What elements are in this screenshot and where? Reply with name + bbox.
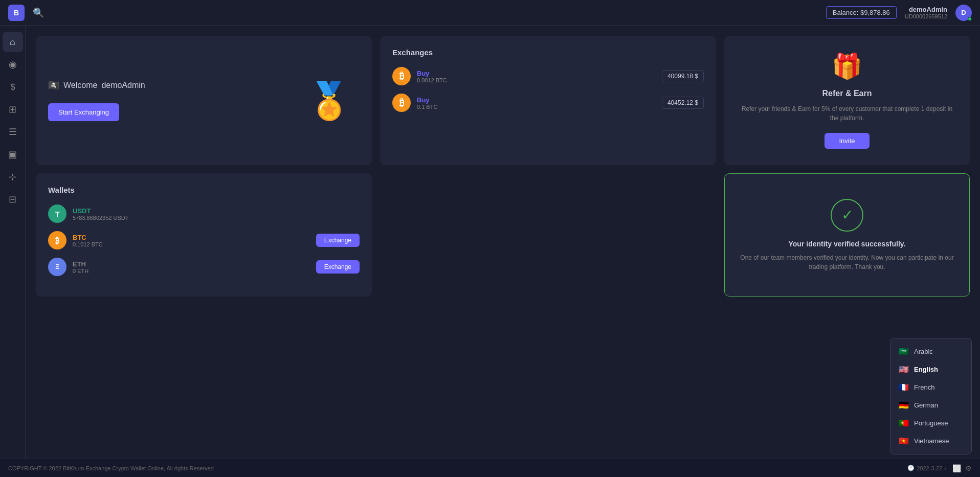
monitor-icon-btn[interactable]: ⬜ [952, 464, 961, 472]
price-badge-1: 40099.18 $ [662, 70, 704, 82]
wallets-card: Wallets T USDT 5783.86802352 USDT ₿ BTC … [36, 173, 372, 297]
date-text: 2022-3-22 [917, 465, 942, 471]
shield-icon: ✓ [831, 199, 863, 232]
lang-item-french[interactable]: 🇫🇷 French [890, 378, 971, 396]
lang-item-vietnamese[interactable]: 🇻🇳 Vietnamese [890, 432, 971, 450]
gift-icon: 🎁 [832, 52, 862, 81]
eth-name: ETH [73, 260, 316, 268]
main-content: 🏴‍☠️ Welcome demoAdmin Start Exchanging … [26, 26, 980, 307]
welcome-username: demoAdmin [101, 81, 145, 90]
refer-title: Refer & Earn [822, 89, 872, 98]
exchanges-empty [380, 173, 716, 297]
identity-title: Your identity verified successfully. [789, 240, 906, 248]
lang-label-german: German [914, 401, 938, 409]
exchange-sub-2: 0.1 BTC [417, 104, 662, 110]
footer: COPYRIGHT © 2022 BitKhum Exchange Crypto… [0, 459, 980, 477]
btc-amount: 0.1012 BTC [73, 241, 316, 247]
footer-right: 🕐 2022-3-22 › ⬜ ⚙ [907, 464, 972, 472]
sidebar-item-list[interactable]: ☰ [3, 122, 23, 142]
identity-desc: One of our team members verified your id… [737, 253, 957, 271]
topnav: B 🔍 Balance: $9,878.86 demoAdmin UD00002… [0, 0, 980, 26]
flag-portuguese: 🇵🇹 [899, 418, 909, 428]
usdt-info: USDT 5783.86802352 USDT [73, 207, 360, 221]
btc-wallet-icon: ₿ [48, 231, 66, 249]
wallet-row-usdt: T USDT 5783.86802352 USDT [48, 205, 360, 223]
lang-label-portuguese: Portuguese [914, 419, 948, 427]
btc-icon-2: ₿ [392, 94, 411, 112]
eth-exchange-button[interactable]: Exchange [316, 260, 360, 274]
eth-icon: Ξ [48, 258, 66, 276]
user-name: demoAdmin [909, 6, 947, 13]
lang-label-french: French [914, 383, 934, 391]
refer-desc: Refer your friends & Earn for 5% of ever… [737, 104, 957, 123]
lang-item-german[interactable]: 🇩🇪 German [890, 396, 971, 414]
eth-amount: 0 ETH [73, 268, 316, 274]
search-button[interactable]: 🔍 [33, 7, 44, 18]
identity-card: ✓ Your identity verified successfully. O… [724, 173, 970, 297]
wallet-row-eth: Ξ ETH 0 ETH Exchange [48, 258, 360, 276]
user-id: UD00002659512 [905, 13, 947, 19]
sidebar-item-org[interactable]: ⊹ [3, 167, 23, 187]
medal-icon: 🏅 [307, 80, 351, 122]
settings-icon-btn[interactable]: ⚙ [965, 464, 972, 472]
exchange-info-2: Buy 0.1 BTC [417, 96, 662, 110]
footer-copyright: COPYRIGHT © 2022 BitKhum Exchange Crypto… [8, 465, 214, 471]
exchanges-title: Exchanges [392, 48, 704, 57]
exchange-row-2: ₿ Buy 0.1 BTC 40452.12 $ [392, 94, 704, 112]
eth-info: ETH 0 ETH [73, 260, 316, 274]
lang-item-english[interactable]: 🇺🇸 English [890, 360, 971, 378]
start-exchanging-button[interactable]: Start Exchanging [48, 103, 119, 121]
sidebar-item-home[interactable]: ⌂ [3, 32, 23, 52]
refer-earn-card: 🎁 Refer & Earn Refer your friends & Earn… [724, 36, 970, 165]
flag-french: 🇫🇷 [899, 382, 909, 392]
flag-german: 🇩🇪 [899, 400, 909, 410]
usdt-name: USDT [73, 207, 360, 215]
btc-name: BTC [73, 234, 316, 241]
btc-exchange-button[interactable]: Exchange [316, 234, 360, 247]
lang-label-english: English [914, 366, 938, 373]
exchange-label-1: Buy [417, 70, 662, 77]
exchange-row: ₿ Buy 0.0012 BTC 40099.18 $ [392, 67, 704, 85]
footer-icons: ⬜ ⚙ [952, 464, 972, 472]
clock-icon: 🕐 [907, 465, 915, 471]
sidebar-item-grid[interactable]: ⊞ [3, 99, 23, 120]
flag-vietnamese: 🇻🇳 [899, 436, 909, 446]
welcome-emoji: 🏴‍☠️ [48, 80, 59, 91]
language-dropdown: 🇸🇦 Arabic 🇺🇸 English 🇫🇷 French 🇩🇪 German… [890, 338, 972, 455]
welcome-card: 🏴‍☠️ Welcome demoAdmin Start Exchanging … [36, 36, 372, 165]
welcome-label: Welcome [63, 81, 97, 90]
flag-arabic: 🇸🇦 [899, 347, 909, 356]
topnav-right: Balance: $9,878.86 demoAdmin UD000026595… [826, 5, 972, 21]
sidebar-item-dollar[interactable]: ＄ [3, 77, 23, 97]
avatar[interactable]: D [955, 5, 972, 21]
sidebar-item-wallet[interactable]: ▣ [3, 144, 23, 165]
lang-label-arabic: Arabic [914, 348, 933, 355]
avatar-online-dot [968, 17, 972, 21]
lang-label-vietnamese: Vietnamese [914, 437, 949, 445]
footer-date: 🕐 2022-3-22 › [907, 465, 946, 471]
logo: B [8, 5, 25, 21]
invite-button[interactable]: Invite [825, 133, 869, 149]
wallets-title: Wallets [48, 186, 360, 194]
btc-info: BTC 0.1012 BTC [73, 234, 316, 247]
lang-item-portuguese[interactable]: 🇵🇹 Portuguese [890, 414, 971, 432]
wallet-row-btc: ₿ BTC 0.1012 BTC Exchange [48, 231, 360, 249]
usdt-amount: 5783.86802352 USDT [73, 215, 360, 221]
balance-badge: Balance: $9,878.86 [826, 6, 897, 19]
flag-english: 🇺🇸 [899, 365, 909, 374]
lang-item-arabic[interactable]: 🇸🇦 Arabic [890, 343, 971, 360]
price-badge-2: 40452.12 $ [662, 97, 704, 109]
exchanges-card: Exchanges ₿ Buy 0.0012 BTC 40099.18 $ ₿ … [380, 36, 716, 165]
sidebar: ⌂ ◉ ＄ ⊞ ☰ ▣ ⊹ ⊟ [0, 26, 26, 477]
exchange-label-2: Buy [417, 96, 662, 104]
exchange-info-1: Buy 0.0012 BTC [417, 70, 662, 83]
user-info: demoAdmin UD00002659512 [905, 6, 947, 19]
exchange-sub-1: 0.0012 BTC [417, 77, 662, 83]
usdt-icon: T [48, 205, 66, 223]
arrow-icon: › [944, 465, 946, 471]
btc-icon-1: ₿ [392, 67, 411, 85]
sidebar-item-coins[interactable]: ◉ [3, 54, 23, 75]
sidebar-item-chart[interactable]: ⊟ [3, 189, 23, 210]
